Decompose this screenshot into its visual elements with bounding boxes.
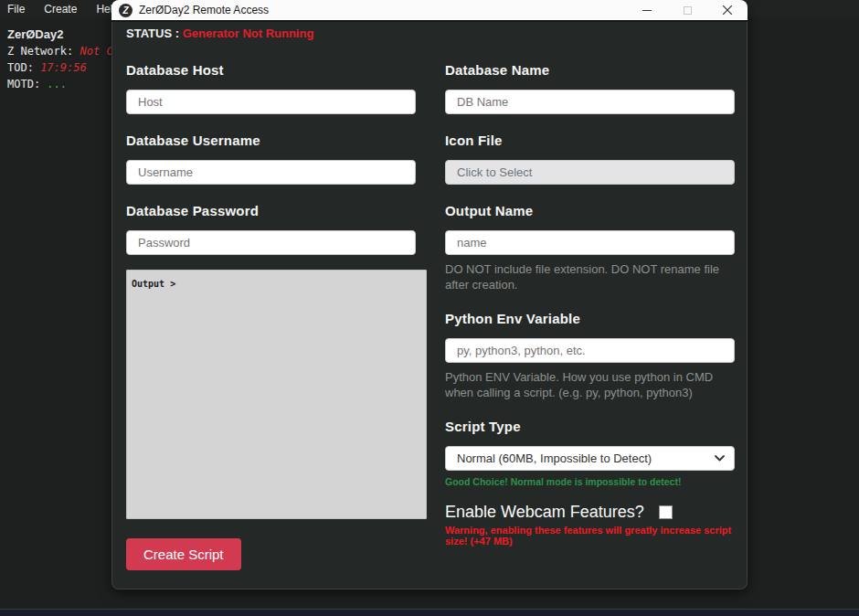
db-username-input[interactable]	[126, 160, 416, 185]
app-logo-icon: Z	[119, 4, 133, 17]
close-icon[interactable]	[707, 0, 748, 20]
db-name-label: Database Name	[445, 62, 735, 78]
db-password-label: Database Password	[126, 203, 427, 218]
db-password-input[interactable]	[126, 230, 416, 255]
output-prompt: Output >	[132, 279, 175, 289]
status-label: STATUS :	[126, 27, 179, 40]
status-value: Generator Not Running	[183, 27, 314, 40]
motd-label: MOTD:	[7, 78, 40, 90]
taskbar	[0, 609, 859, 616]
db-username-label: Database Username	[126, 133, 427, 148]
status-row: STATUS : Generator Not Running	[126, 27, 733, 40]
background-app-name: ZerØDay2	[7, 27, 111, 43]
window-content: STATUS : Generator Not Running Database …	[111, 22, 748, 589]
minimize-icon[interactable]	[627, 0, 667, 20]
script-type-select[interactable]: Normal (60MB, Impossible to Detect)	[445, 446, 735, 471]
maximize-icon[interactable]	[667, 0, 707, 20]
network-status-line: Z Network: Not C	[7, 43, 111, 59]
output-name-help: DO NOT include file extension. DO NOT re…	[445, 261, 735, 292]
python-env-label: Python Env Variable	[445, 311, 735, 326]
network-label: Z Network:	[7, 45, 73, 58]
db-host-input[interactable]	[126, 90, 416, 114]
app-window: Z ZerØDay2 Remote Access STATUS : Genera…	[111, 0, 748, 589]
icon-file-label: Icon File	[445, 133, 735, 148]
motd-value: ...	[47, 78, 67, 90]
menu-item-file[interactable]: File	[7, 3, 25, 16]
background-status-panel: ZerØDay2 Z Network: Not C TOD: 17:9:56 M…	[7, 27, 111, 92]
script-type-label: Script Type	[445, 419, 735, 434]
tod-label: TOD:	[7, 61, 34, 74]
script-type-selected-value: Normal (60MB, Impossible to Detect)	[457, 451, 652, 465]
output-name-input[interactable]	[445, 230, 735, 255]
python-env-help: Python ENV Variable. How you use python …	[445, 369, 735, 400]
menu-item-create[interactable]: Create	[44, 3, 77, 16]
network-value: Not C	[80, 45, 111, 58]
script-type-help: Good Choice! Normal mode is impossible t…	[445, 476, 735, 487]
output-console[interactable]: Output >	[126, 270, 427, 519]
db-name-input[interactable]	[445, 90, 735, 114]
chevron-down-icon	[715, 455, 725, 462]
webcam-features-label: Enable Webcam Features?	[445, 503, 644, 522]
webcam-checkbox[interactable]	[659, 505, 673, 519]
icon-file-picker[interactable]	[445, 160, 735, 185]
window-title: ZerØDay2 Remote Access	[139, 4, 269, 16]
tod-value: 17:9:56	[40, 61, 87, 74]
db-host-label: Database Host	[126, 62, 427, 78]
output-name-label: Output Name	[445, 203, 735, 218]
motd-line: MOTD: ...	[7, 76, 111, 92]
webcam-warning: Warning, enabling these features will gr…	[445, 525, 735, 547]
titlebar[interactable]: Z ZerØDay2 Remote Access	[111, 0, 748, 22]
create-script-button[interactable]: Create Script	[126, 538, 241, 570]
tod-line: TOD: 17:9:56	[7, 59, 111, 76]
python-env-input[interactable]	[445, 338, 735, 363]
